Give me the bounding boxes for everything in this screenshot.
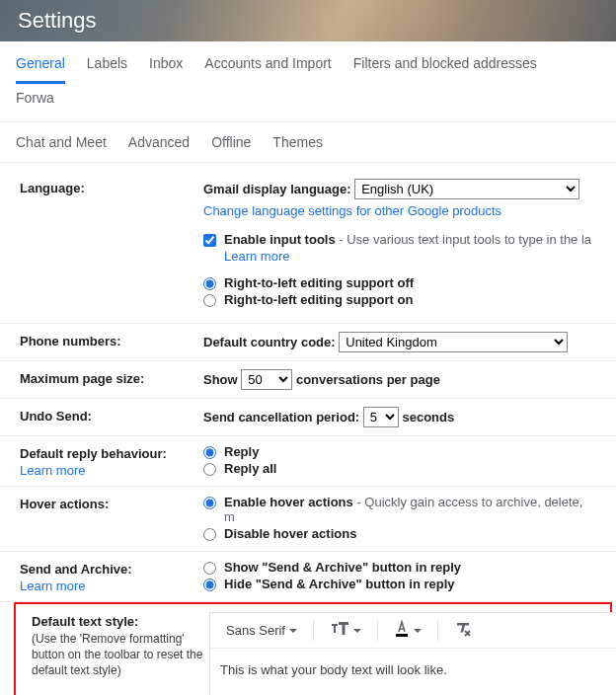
undo-prefix: Send cancellation period: [203,410,359,425]
tab-themes[interactable]: Themes [272,132,323,152]
font-family-button[interactable]: Sans Serif [220,619,303,642]
tab-labels[interactable]: Labels [87,53,127,84]
remove-formatting-icon [454,621,472,640]
row-pagesize: Maximum page size: Show 50 conversations… [0,361,616,399]
reply-radio[interactable] [203,446,216,459]
text-toolbar: Sans Serif [210,613,616,649]
row-language: Language: Gmail display language: Englis… [0,171,616,324]
rtl-off-label: Right-to-left editing support off [224,275,414,290]
input-tools-learn-more[interactable]: Learn more [224,249,591,264]
display-language-select[interactable]: English (UK) [354,179,579,199]
text-color-button[interactable] [388,616,427,645]
sendarchive-learn-more[interactable]: Learn more [20,579,203,593]
undo-suffix: seconds [402,410,454,425]
label-language: Language: [20,179,203,195]
pagesize-show: Show [203,372,238,387]
row-hover: Hover actions: Enable hover actions - Qu… [0,487,616,552]
tab-forwarding[interactable]: Forwa [16,88,54,116]
tab-inbox[interactable]: Inbox [149,53,183,84]
row-undo: Undo Send: Send cancellation period: 5 s… [0,399,616,436]
rtl-on-label: Right-to-left editing support on [224,292,413,307]
undo-select[interactable]: 5 [363,407,399,427]
textstyle-sub: (Use the 'Remove formatting' button on t… [32,631,209,679]
display-language-label: Gmail display language: [203,182,351,196]
text-size-icon [330,621,349,640]
row-phone: Phone numbers: Default country code: Uni… [0,324,616,361]
reply-learn-more[interactable]: Learn more [20,463,203,478]
tab-chat-meet[interactable]: Chat and Meet [16,132,107,152]
settings-header: Settings [0,0,616,41]
enable-input-tools-desc: - Use various text input tools to type i… [336,232,591,247]
text-color-icon [394,620,410,641]
enable-input-tools-label: Enable input tools [224,232,336,247]
reply-all-radio[interactable] [203,463,216,476]
sa-show-radio[interactable] [203,562,216,575]
font-family-name: Sans Serif [226,623,285,638]
hover-enable-label: Enable hover actions [224,495,353,509]
settings-tabs-row2: Chat and Meet Advanced Offline Themes [0,122,616,163]
pagesize-suffix: conversations per page [296,372,440,387]
page-title: Settings [18,8,97,34]
rtl-off-radio[interactable] [203,277,216,290]
tab-offline[interactable]: Offline [211,132,251,152]
country-code-select[interactable]: United Kingdom [339,332,568,352]
settings-tabs-row1: General Labels Inbox Accounts and Import… [0,41,616,122]
label-undo: Undo Send: [20,407,203,424]
tab-advanced[interactable]: Advanced [128,132,190,152]
change-language-link[interactable]: Change language settings for other Googl… [203,203,501,218]
svg-rect-0 [396,634,408,637]
pagesize-select[interactable]: 50 [241,369,292,390]
caret-icon [414,629,422,633]
enable-input-tools-checkbox[interactable] [203,234,216,247]
row-textstyle: Default text style: (Use the 'Remove for… [14,602,612,695]
caret-icon [289,629,297,633]
settings-body: Language: Gmail display language: Englis… [0,163,616,695]
sa-hide-label: Hide "Send & Archive" button in reply [224,577,455,591]
hover-disable-label: Disable hover actions [224,526,356,541]
label-hover: Hover actions: [20,495,203,511]
remove-formatting-button[interactable] [448,617,478,644]
rtl-on-radio[interactable] [203,294,216,307]
text-editor: Sans Serif [209,612,616,695]
text-preview: This is what your body text will look li… [210,649,616,695]
hover-enable-radio[interactable] [203,497,216,509]
row-reply: Default reply behaviour: Learn more Repl… [0,436,616,487]
label-sendarchive: Send and Archive: [20,562,203,577]
tab-filters-blocked[interactable]: Filters and blocked addresses [353,53,537,84]
label-phone: Phone numbers: [20,332,203,348]
sa-hide-radio[interactable] [203,579,216,591]
tab-general[interactable]: General [16,53,65,84]
reply-label: Reply [224,444,259,459]
caret-icon [353,629,361,633]
tab-accounts-import[interactable]: Accounts and Import [204,53,331,84]
label-textstyle: Default text style: [32,614,209,629]
hover-disable-radio[interactable] [203,528,216,541]
row-sendarchive: Send and Archive: Learn more Show "Send … [0,552,616,602]
sa-show-label: Show "Send & Archive" button in reply [224,560,461,575]
label-pagesize: Maximum page size: [20,369,203,386]
country-code-label: Default country code: [203,335,336,349]
label-reply: Default reply behaviour: [20,446,203,461]
reply-all-label: Reply all [224,461,276,476]
font-size-button[interactable] [324,617,367,644]
